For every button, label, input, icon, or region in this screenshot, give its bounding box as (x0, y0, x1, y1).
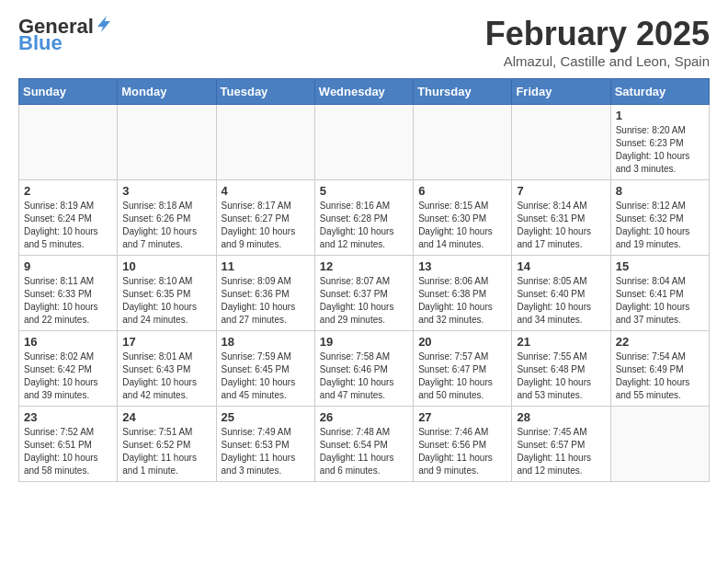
day-info: Sunrise: 8:06 AM Sunset: 6:38 PM Dayligh… (418, 275, 506, 327)
day-info: Sunrise: 8:05 AM Sunset: 6:40 PM Dayligh… (517, 275, 605, 327)
day-number: 23 (24, 410, 112, 424)
logo-blue: Blue (18, 31, 63, 55)
table-row (512, 105, 610, 180)
day-info: Sunrise: 7:46 AM Sunset: 6:56 PM Dayligh… (418, 426, 506, 477)
day-number: 14 (517, 259, 605, 273)
day-number: 20 (418, 335, 506, 349)
table-row: 17Sunrise: 8:01 AM Sunset: 6:43 PM Dayli… (118, 331, 216, 407)
table-row: 8Sunrise: 8:12 AM Sunset: 6:32 PM Daylig… (610, 180, 709, 256)
calendar-week-row: 2Sunrise: 8:19 AM Sunset: 6:24 PM Daylig… (19, 180, 710, 256)
day-number: 24 (122, 410, 210, 424)
table-row: 10Sunrise: 8:10 AM Sunset: 6:35 PM Dayli… (118, 256, 216, 331)
title-block: February 2025 Almazul, Castille and Leon… (485, 15, 710, 69)
day-number: 11 (222, 259, 310, 273)
day-info: Sunrise: 7:55 AM Sunset: 6:48 PM Dayligh… (517, 350, 605, 402)
table-row (414, 105, 512, 180)
day-info: Sunrise: 8:09 AM Sunset: 6:36 PM Dayligh… (222, 275, 310, 327)
day-number: 6 (418, 184, 506, 198)
svg-marker-0 (97, 16, 110, 32)
table-row: 24Sunrise: 7:51 AM Sunset: 6:52 PM Dayli… (118, 407, 216, 482)
table-row (216, 105, 314, 180)
table-row (118, 105, 216, 180)
day-info: Sunrise: 7:45 AM Sunset: 6:57 PM Dayligh… (517, 426, 605, 477)
day-number: 16 (24, 335, 112, 349)
day-number: 18 (222, 335, 310, 349)
table-row: 6Sunrise: 8:15 AM Sunset: 6:30 PM Daylig… (414, 180, 512, 256)
day-number: 3 (122, 184, 210, 198)
calendar-week-row: 9Sunrise: 8:11 AM Sunset: 6:33 PM Daylig… (19, 256, 710, 331)
table-row: 28Sunrise: 7:45 AM Sunset: 6:57 PM Dayli… (512, 407, 610, 482)
table-row: 20Sunrise: 7:57 AM Sunset: 6:47 PM Dayli… (414, 331, 512, 407)
calendar-week-row: 23Sunrise: 7:52 AM Sunset: 6:51 PM Dayli… (19, 407, 710, 482)
month-title: February 2025 (485, 15, 710, 53)
day-number: 5 (320, 184, 408, 198)
table-row: 22Sunrise: 7:54 AM Sunset: 6:49 PM Dayli… (610, 331, 709, 407)
day-info: Sunrise: 8:14 AM Sunset: 6:31 PM Dayligh… (517, 200, 605, 251)
day-number: 9 (24, 259, 112, 273)
day-number: 12 (320, 259, 408, 273)
day-number: 7 (517, 184, 605, 198)
day-number: 2 (24, 184, 112, 198)
table-row: 3Sunrise: 8:18 AM Sunset: 6:26 PM Daylig… (118, 180, 216, 256)
table-row: 21Sunrise: 7:55 AM Sunset: 6:48 PM Dayli… (512, 331, 610, 407)
logo: General Blue (18, 15, 112, 55)
day-info: Sunrise: 8:16 AM Sunset: 6:28 PM Dayligh… (320, 200, 408, 251)
day-number: 17 (122, 335, 210, 349)
day-info: Sunrise: 8:02 AM Sunset: 6:42 PM Dayligh… (24, 350, 112, 402)
col-sunday: Sunday (19, 79, 118, 105)
day-info: Sunrise: 8:17 AM Sunset: 6:27 PM Dayligh… (222, 200, 310, 251)
day-info: Sunrise: 7:59 AM Sunset: 6:45 PM Dayligh… (222, 350, 310, 402)
table-row: 19Sunrise: 7:58 AM Sunset: 6:46 PM Dayli… (314, 331, 413, 407)
col-friday: Friday (512, 79, 610, 105)
day-info: Sunrise: 8:07 AM Sunset: 6:37 PM Dayligh… (320, 275, 408, 327)
day-info: Sunrise: 8:18 AM Sunset: 6:26 PM Dayligh… (122, 200, 210, 251)
table-row: 26Sunrise: 7:48 AM Sunset: 6:54 PM Dayli… (314, 407, 413, 482)
day-number: 1 (616, 109, 704, 122)
col-tuesday: Tuesday (216, 79, 314, 105)
location: Almazul, Castille and Leon, Spain (485, 53, 710, 69)
day-info: Sunrise: 7:52 AM Sunset: 6:51 PM Dayligh… (24, 426, 112, 477)
calendar-week-row: 1Sunrise: 8:20 AM Sunset: 6:23 PM Daylig… (19, 105, 710, 180)
col-thursday: Thursday (414, 79, 512, 105)
day-info: Sunrise: 8:20 AM Sunset: 6:23 PM Dayligh… (616, 124, 704, 176)
day-number: 8 (616, 184, 704, 198)
day-info: Sunrise: 7:58 AM Sunset: 6:46 PM Dayligh… (320, 350, 408, 402)
table-row: 7Sunrise: 8:14 AM Sunset: 6:31 PM Daylig… (512, 180, 610, 256)
table-row: 15Sunrise: 8:04 AM Sunset: 6:41 PM Dayli… (610, 256, 709, 331)
table-row: 18Sunrise: 7:59 AM Sunset: 6:45 PM Dayli… (216, 331, 314, 407)
day-number: 21 (517, 335, 605, 349)
table-row: 11Sunrise: 8:09 AM Sunset: 6:36 PM Dayli… (216, 256, 314, 331)
day-info: Sunrise: 7:57 AM Sunset: 6:47 PM Dayligh… (418, 350, 506, 402)
table-row (19, 105, 118, 180)
day-info: Sunrise: 7:54 AM Sunset: 6:49 PM Dayligh… (616, 350, 704, 402)
day-number: 4 (222, 184, 310, 198)
day-info: Sunrise: 8:15 AM Sunset: 6:30 PM Dayligh… (418, 200, 506, 251)
table-row: 1Sunrise: 8:20 AM Sunset: 6:23 PM Daylig… (610, 105, 709, 180)
day-info: Sunrise: 7:48 AM Sunset: 6:54 PM Dayligh… (320, 426, 408, 477)
table-row: 4Sunrise: 8:17 AM Sunset: 6:27 PM Daylig… (216, 180, 314, 256)
col-wednesday: Wednesday (314, 79, 413, 105)
table-row (610, 407, 709, 482)
day-info: Sunrise: 8:19 AM Sunset: 6:24 PM Dayligh… (24, 200, 112, 251)
col-saturday: Saturday (610, 79, 709, 105)
day-info: Sunrise: 8:11 AM Sunset: 6:33 PM Dayligh… (24, 275, 112, 327)
calendar-table: Sunday Monday Tuesday Wednesday Thursday… (18, 78, 710, 482)
table-row: 12Sunrise: 8:07 AM Sunset: 6:37 PM Dayli… (314, 256, 413, 331)
table-row: 16Sunrise: 8:02 AM Sunset: 6:42 PM Dayli… (19, 331, 118, 407)
day-number: 19 (320, 335, 408, 349)
calendar-week-row: 16Sunrise: 8:02 AM Sunset: 6:42 PM Dayli… (19, 331, 710, 407)
table-row: 9Sunrise: 8:11 AM Sunset: 6:33 PM Daylig… (19, 256, 118, 331)
table-row: 23Sunrise: 7:52 AM Sunset: 6:51 PM Dayli… (19, 407, 118, 482)
table-row: 13Sunrise: 8:06 AM Sunset: 6:38 PM Dayli… (414, 256, 512, 331)
day-number: 25 (222, 410, 310, 424)
logo-arrow-icon (97, 16, 112, 34)
table-row: 2Sunrise: 8:19 AM Sunset: 6:24 PM Daylig… (19, 180, 118, 256)
day-number: 22 (616, 335, 704, 349)
day-number: 26 (320, 410, 408, 424)
col-monday: Monday (118, 79, 216, 105)
day-info: Sunrise: 8:12 AM Sunset: 6:32 PM Dayligh… (616, 200, 704, 251)
table-row: 27Sunrise: 7:46 AM Sunset: 6:56 PM Dayli… (414, 407, 512, 482)
day-info: Sunrise: 8:01 AM Sunset: 6:43 PM Dayligh… (122, 350, 210, 402)
page: General Blue February 2025 Almazul, Cast… (0, 0, 728, 497)
calendar-header-row: Sunday Monday Tuesday Wednesday Thursday… (19, 79, 710, 105)
